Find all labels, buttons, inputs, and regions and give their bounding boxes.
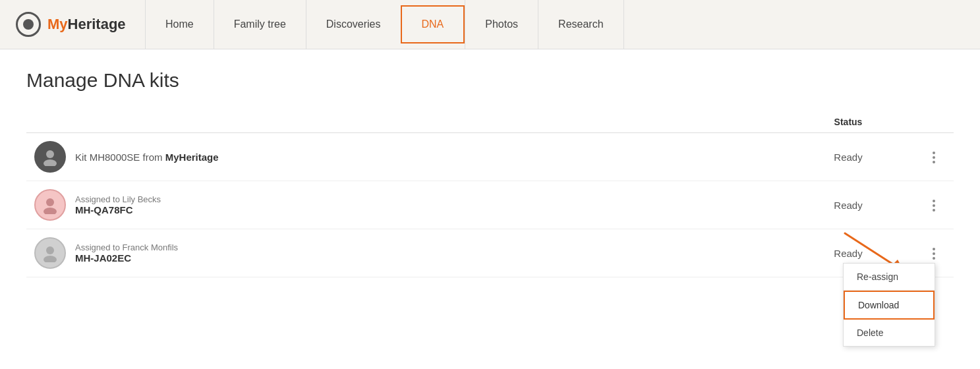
kit-name-1: Kit MH8000SE from MyHeritage bbox=[75, 152, 219, 163]
kit-cell-1: Kit MH8000SE from MyHeritage bbox=[26, 133, 782, 181]
table-row: Kit MH8000SE from MyHeritage Ready bbox=[26, 133, 954, 181]
actions-cell-2 bbox=[914, 181, 954, 229]
logo-area: MyHeritage bbox=[0, 0, 145, 49]
kit-cell-2: Assigned to Lily Becks MH-QA78FC bbox=[26, 181, 782, 229]
col-actions bbox=[914, 111, 954, 133]
more-options-button-3[interactable] bbox=[927, 242, 940, 265]
nav-discoveries[interactable]: Discoveries bbox=[306, 0, 401, 49]
kit-label-3: Assigned to Franck Monfils bbox=[75, 242, 178, 252]
logo-text: MyHeritage bbox=[47, 16, 126, 33]
logo-heritage: Heritage bbox=[68, 16, 126, 32]
avatar-3 bbox=[34, 237, 66, 269]
kit-label-2: Assigned to Lily Becks bbox=[75, 194, 161, 204]
svg-point-1 bbox=[43, 159, 57, 166]
main-nav: Home Family tree Discoveries DNA Photos … bbox=[145, 0, 980, 49]
col-kit bbox=[26, 111, 782, 133]
svg-point-4 bbox=[46, 246, 54, 254]
dropdown-reassign[interactable]: Re-assign bbox=[844, 264, 935, 291]
avatar-1 bbox=[34, 141, 66, 173]
dropdown-download[interactable]: Download bbox=[844, 291, 935, 320]
nav-research[interactable]: Research bbox=[538, 0, 623, 49]
nav-home[interactable]: Home bbox=[145, 0, 214, 49]
svg-point-2 bbox=[46, 198, 54, 206]
status-cell-2: Ready bbox=[782, 181, 914, 229]
kit-cell-3: Assigned to Franck Monfils MH-JA02EC bbox=[26, 229, 782, 277]
more-options-button-1[interactable] bbox=[927, 146, 940, 169]
context-menu: Re-assign Download Delete bbox=[843, 263, 935, 347]
more-options-button-2[interactable] bbox=[927, 194, 940, 217]
nav-dna[interactable]: DNA bbox=[401, 5, 465, 43]
logo-icon bbox=[16, 12, 41, 37]
status-cell-1: Ready bbox=[782, 133, 914, 181]
col-status: Status bbox=[782, 111, 914, 133]
kit-id-2: MH-QA78FC bbox=[75, 204, 161, 215]
main-content: Manage DNA kits Status bbox=[0, 49, 980, 369]
nav-photos[interactable]: Photos bbox=[465, 0, 538, 49]
dna-kits-table: Status bbox=[26, 111, 954, 277]
nav-family-tree[interactable]: Family tree bbox=[214, 0, 306, 49]
dropdown-delete[interactable]: Delete bbox=[844, 320, 935, 346]
svg-point-0 bbox=[46, 150, 54, 158]
kit-id-3: MH-JA02EC bbox=[75, 252, 178, 264]
header: MyHeritage Home Family tree Discoveries … bbox=[0, 0, 980, 49]
svg-point-3 bbox=[43, 208, 57, 214]
table-row: Assigned to Lily Becks MH-QA78FC Ready bbox=[26, 181, 954, 229]
table-row: Assigned to Franck Monfils MH-JA02EC Rea… bbox=[26, 229, 954, 277]
logo-my: My bbox=[47, 16, 68, 32]
page-title: Manage DNA kits bbox=[26, 69, 954, 92]
svg-point-5 bbox=[43, 256, 57, 262]
actions-cell-1 bbox=[914, 133, 954, 181]
avatar-2 bbox=[34, 189, 66, 221]
